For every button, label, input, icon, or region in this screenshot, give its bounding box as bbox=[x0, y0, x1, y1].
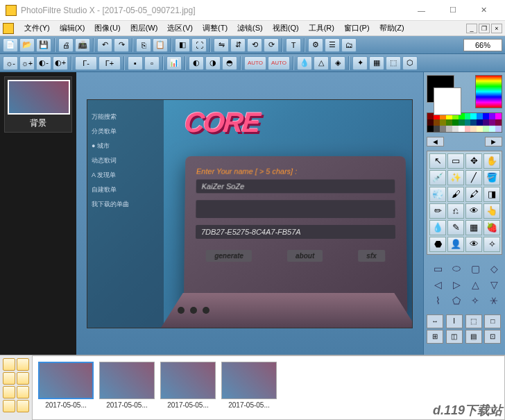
zoom-input[interactable]: 66% bbox=[463, 39, 502, 51]
nozzle-tool[interactable]: ⬣ bbox=[429, 237, 446, 252]
portrait-tool[interactable]: 👤 bbox=[447, 237, 464, 252]
layer-thumbnail-frame[interactable]: 背景 bbox=[4, 76, 72, 133]
explorer-btn-3[interactable] bbox=[3, 372, 15, 385]
invert-button[interactable]: ◓ bbox=[222, 56, 237, 70]
menu-window[interactable]: 窗口(P) bbox=[339, 22, 375, 35]
close-button[interactable]: ✕ bbox=[468, 1, 499, 20]
photomask-button[interactable]: ⬚ bbox=[386, 56, 401, 70]
brightness-plus-button[interactable]: ☼+ bbox=[19, 56, 35, 70]
explorer-button[interactable]: 🗂 bbox=[341, 38, 357, 52]
rotate-right-button[interactable]: ⟳ bbox=[264, 38, 279, 52]
pencil-tool[interactable]: ✏ bbox=[429, 203, 446, 219]
menu-file[interactable]: 文件(Y) bbox=[19, 22, 55, 35]
pointer-tool[interactable]: ↖ bbox=[429, 153, 446, 169]
menu-image[interactable]: 图像(U) bbox=[89, 22, 125, 35]
flip-h-button[interactable]: ⇋ bbox=[214, 38, 229, 52]
blur-tool[interactable]: 💧 bbox=[429, 220, 446, 235]
palette-color[interactable] bbox=[483, 119, 489, 126]
variations-button[interactable]: ✦ bbox=[352, 56, 368, 70]
art-tool[interactable]: 🍓 bbox=[483, 220, 500, 235]
sharpen-button[interactable]: △ bbox=[314, 56, 329, 70]
palette-color[interactable] bbox=[446, 126, 452, 132]
menu-edit[interactable]: 编辑(X) bbox=[55, 22, 90, 35]
palette-color[interactable] bbox=[470, 126, 477, 132]
palette-color[interactable] bbox=[495, 119, 502, 126]
triangle1-shape[interactable]: ◁ bbox=[429, 278, 446, 292]
extra-tool[interactable]: ✧ bbox=[483, 237, 500, 252]
explorer-btn-1[interactable] bbox=[3, 358, 15, 371]
color-palette[interactable] bbox=[427, 112, 502, 133]
menu-help[interactable]: 帮助(Z) bbox=[375, 22, 409, 35]
diamond-shape[interactable]: ◇ bbox=[486, 262, 502, 276]
explorer-btn-6[interactable] bbox=[17, 386, 29, 398]
selection-tool[interactable]: ▭ bbox=[447, 153, 464, 169]
lasso-shape[interactable]: ⌇ bbox=[429, 294, 446, 308]
undo-button[interactable]: ↶ bbox=[97, 38, 112, 52]
blur-button[interactable]: 💧 bbox=[297, 56, 312, 70]
menu-filter[interactable]: 滤镜(S) bbox=[232, 22, 268, 35]
palette-color[interactable] bbox=[489, 113, 495, 119]
opt-5[interactable]: ⊞ bbox=[427, 330, 443, 344]
auto-contrast-button[interactable]: AUTO bbox=[268, 56, 290, 70]
move-tool[interactable]: ✥ bbox=[465, 153, 482, 169]
palette-color[interactable] bbox=[477, 113, 483, 119]
palette-color[interactable] bbox=[452, 126, 459, 132]
mdi-restore-icon[interactable]: ❐ bbox=[479, 24, 490, 33]
opt-6[interactable]: ◫ bbox=[446, 330, 463, 344]
explorer-btn-2[interactable] bbox=[17, 358, 29, 371]
explorer-btn-8[interactable] bbox=[17, 400, 29, 412]
triangle2-shape[interactable]: ▷ bbox=[448, 278, 465, 292]
opt-1[interactable]: ↔ bbox=[427, 314, 443, 328]
palette-color[interactable] bbox=[470, 113, 477, 119]
ellipse-shape[interactable]: ⬭ bbox=[448, 262, 465, 276]
palette-color[interactable] bbox=[465, 126, 471, 132]
palette-color[interactable] bbox=[465, 113, 471, 119]
palette-color[interactable] bbox=[483, 113, 489, 119]
resize-button[interactable]: ⛶ bbox=[191, 38, 207, 52]
minimize-button[interactable]: — bbox=[406, 1, 437, 20]
palette-color[interactable] bbox=[452, 119, 459, 126]
menu-layer[interactable]: 图层(W) bbox=[126, 22, 163, 35]
contrast-minus-button[interactable]: ◐- bbox=[36, 56, 51, 70]
palette-next-button[interactable]: ► bbox=[485, 137, 502, 146]
gamma-minus-button[interactable]: Γ- bbox=[75, 56, 97, 70]
palette-prev-button[interactable]: ◄ bbox=[427, 137, 444, 146]
palette-color[interactable] bbox=[459, 126, 465, 132]
palette-color[interactable] bbox=[446, 119, 452, 126]
opt-8[interactable]: ⊡ bbox=[484, 330, 501, 344]
palette-color[interactable] bbox=[434, 126, 440, 132]
saturation-plus-button[interactable]: ▫ bbox=[144, 56, 160, 70]
background-color[interactable] bbox=[434, 87, 461, 115]
palette-color[interactable] bbox=[440, 126, 446, 132]
palette-color[interactable] bbox=[465, 119, 471, 126]
explorer-btn-7[interactable] bbox=[3, 400, 15, 412]
rect-shape[interactable]: ▭ bbox=[429, 262, 446, 276]
histogram-button[interactable]: 📊 bbox=[166, 56, 182, 70]
hand-tool[interactable]: ✋ bbox=[483, 153, 500, 169]
rounded-shape[interactable]: ▢ bbox=[467, 262, 483, 276]
fill-tool[interactable]: 🪣 bbox=[483, 170, 500, 185]
stamp-tool[interactable]: ⎌ bbox=[447, 203, 464, 219]
automate-button[interactable]: ⚙ bbox=[308, 38, 323, 52]
redo-button[interactable]: ↷ bbox=[114, 38, 129, 52]
maximize-button[interactable]: ☐ bbox=[437, 1, 468, 20]
open-button[interactable]: 📂 bbox=[19, 38, 35, 52]
paste-button[interactable]: 📋 bbox=[153, 38, 168, 52]
triangle4-shape[interactable]: ▽ bbox=[486, 278, 502, 292]
rotate-left-button[interactable]: ⟲ bbox=[247, 38, 262, 52]
palette-color[interactable] bbox=[483, 126, 489, 132]
opt-4[interactable]: □ bbox=[484, 314, 501, 328]
thumb-item[interactable]: 2017-05-05... bbox=[221, 362, 277, 414]
mdi-minimize-icon[interactable]: _ bbox=[466, 24, 477, 33]
save-button[interactable]: 💾 bbox=[36, 38, 51, 52]
thumb-item[interactable]: 2017-05-05... bbox=[38, 362, 94, 414]
palette-color[interactable] bbox=[489, 119, 495, 126]
wand-shape[interactable]: ⚹ bbox=[486, 294, 502, 308]
deform-tool[interactable]: ▦ bbox=[465, 220, 482, 235]
new-button[interactable]: 📄 bbox=[3, 38, 18, 52]
brightness-minus-button[interactable]: ☼- bbox=[3, 56, 18, 70]
palette-color[interactable] bbox=[495, 126, 502, 132]
relief-button[interactable]: ◈ bbox=[330, 56, 345, 70]
mdi-close-icon[interactable]: × bbox=[491, 24, 502, 33]
smudge-tool[interactable]: 👆 bbox=[483, 203, 500, 219]
